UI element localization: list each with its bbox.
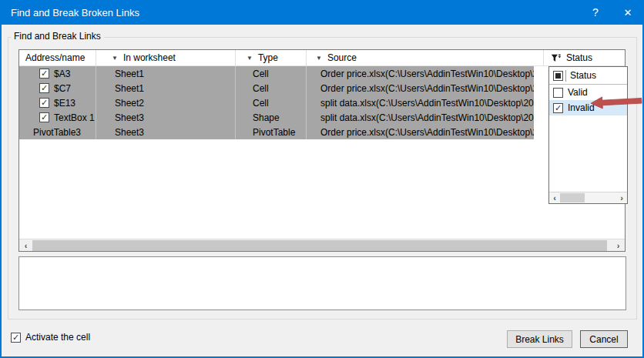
filter-item-label: Valid — [568, 87, 588, 98]
table-horizontal-scrollbar[interactable]: ‹ › — [19, 239, 625, 251]
scroll-right-icon[interactable]: › — [616, 192, 627, 204]
table-row[interactable]: ✓$E13 Sheet2 Cell split data.xlsx(C:\Use… — [19, 95, 534, 110]
cell-type: Cell — [236, 66, 307, 81]
scroll-left-icon[interactable]: ‹ — [549, 192, 560, 204]
annotation-arrow-icon — [589, 94, 642, 113]
column-header-status[interactable]: Status — [544, 50, 625, 65]
table-row[interactable]: ✓$A3 Sheet1 Cell Order price.xlsx(C:\Use… — [19, 66, 534, 81]
column-header-label: Source — [327, 52, 357, 63]
cell-worksheet: Sheet1 — [96, 81, 236, 95]
column-header-source[interactable]: ▼ Source — [307, 50, 544, 65]
column-header-worksheet[interactable]: ▼ In worksheet — [96, 50, 236, 65]
status-filter-panel: Status Valid ✓ Invalid ‹ › — [548, 66, 628, 204]
table-header-row: Address/name ▼ In worksheet ▼ Type ▼ Sou… — [19, 50, 625, 66]
table-row[interactable]: PivotTable3 Sheet3 PivotTable Order pric… — [19, 125, 534, 139]
table-row[interactable]: ✓$C7 Sheet1 Cell Order price.xlsx(C:\Use… — [19, 81, 534, 95]
column-header-type[interactable]: ▼ Type — [236, 50, 307, 65]
title-bar: Find and Break Broken Links ? ✕ — [0, 0, 644, 25]
column-header-label: In worksheet — [123, 52, 176, 63]
column-header-label: Address/name — [25, 52, 85, 63]
table-row[interactable]: ✓TextBox 1 Sheet3 Shape split data.xlsx(… — [19, 110, 534, 125]
sort-arrow-icon[interactable]: ▼ — [316, 55, 322, 62]
sort-arrow-icon[interactable]: ▼ — [247, 55, 253, 62]
column-header-label: Type — [258, 52, 278, 63]
cell-source: split data.xlsx(C:\Users\AddinTestWin10\… — [307, 95, 534, 110]
scroll-left-icon[interactable]: ‹ — [19, 239, 32, 252]
cell-worksheet: Sheet3 — [96, 125, 236, 139]
cell-address: $E13 — [54, 98, 75, 109]
activate-cell-option[interactable]: ✓ Activate the cell — [11, 332, 90, 343]
cell-worksheet: Sheet2 — [96, 95, 236, 110]
table-rows: ✓$A3 Sheet1 Cell Order price.xlsx(C:\Use… — [19, 66, 534, 139]
cell-address: TextBox 1 — [54, 112, 95, 123]
cell-source: Order price.xlsx(C:\Users\AddinTestWin10… — [307, 66, 534, 81]
cell-address: $C7 — [54, 83, 71, 94]
scrollbar-thumb[interactable] — [560, 193, 585, 202]
invalid-checkbox[interactable]: ✓ — [553, 103, 563, 113]
window-title: Find and Break Broken Links — [0, 7, 579, 18]
divider — [565, 70, 566, 82]
help-button[interactable]: ? — [579, 0, 612, 25]
cell-type: Cell — [236, 95, 307, 110]
scroll-right-icon[interactable]: › — [612, 239, 625, 252]
column-header-label: Status — [566, 52, 592, 63]
groupbox-label: Find and Break Links — [11, 31, 104, 42]
filter-funnel-icon[interactable] — [551, 53, 561, 63]
filter-item-status[interactable]: Status — [549, 67, 627, 85]
activate-cell-label: Activate the cell — [25, 332, 90, 343]
activate-cell-checkbox[interactable]: ✓ — [11, 333, 21, 343]
cell-type: Cell — [236, 81, 307, 95]
status-select-all-checkbox[interactable] — [553, 71, 563, 81]
result-textbox[interactable] — [18, 256, 626, 310]
find-break-broken-links-dialog: Find and Break Broken Links ? ✕ Find and… — [0, 0, 644, 358]
row-checkbox[interactable]: ✓ — [39, 112, 49, 122]
break-links-button[interactable]: Break Links — [507, 330, 572, 348]
filter-panel-empty-area — [549, 115, 627, 192]
row-checkbox[interactable]: ✓ — [39, 69, 49, 79]
cancel-button[interactable]: Cancel — [580, 330, 628, 348]
row-checkbox[interactable]: ✓ — [39, 83, 49, 93]
cell-source: Order price.xlsx(C:\Users\AddinTestWin10… — [307, 125, 534, 139]
filter-panel-scrollbar[interactable]: ‹ › — [549, 192, 627, 203]
cell-type: Shape — [236, 110, 307, 125]
cell-type: PivotTable — [236, 125, 307, 139]
row-checkbox[interactable]: ✓ — [39, 98, 49, 108]
links-table: Address/name ▼ In worksheet ▼ Type ▼ Sou… — [18, 49, 626, 252]
valid-checkbox[interactable] — [553, 88, 563, 98]
cell-address: PivotTable3 — [19, 127, 81, 138]
cell-source: split data.xlsx(C:\Users\AddinTestWin10\… — [307, 110, 534, 125]
cell-worksheet: Sheet3 — [96, 110, 236, 125]
cell-worksheet: Sheet1 — [96, 66, 236, 81]
cell-address: $A3 — [54, 69, 70, 79]
filter-item-label: Status — [570, 70, 596, 81]
cell-source: Order price.xlsx(C:\Users\AddinTestWin10… — [307, 81, 534, 95]
column-header-address[interactable]: Address/name — [19, 50, 96, 65]
close-button[interactable]: ✕ — [612, 0, 644, 25]
scrollbar-thumb[interactable] — [32, 240, 607, 251]
sort-arrow-icon[interactable]: ▼ — [112, 55, 118, 62]
